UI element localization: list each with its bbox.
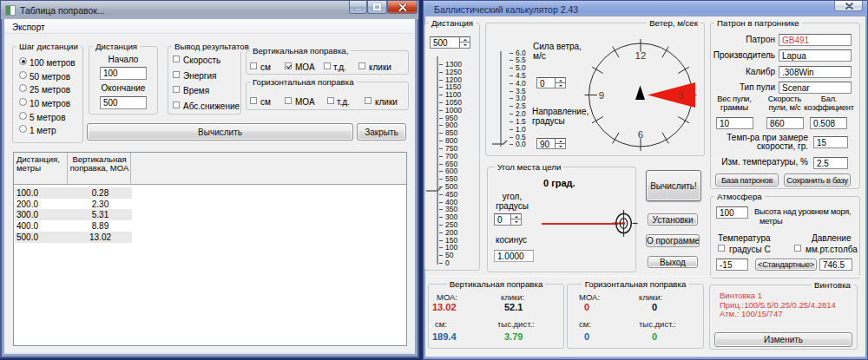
checkbox-option[interactable]: ✓ Абс.снижение [168,101,240,112]
cell-correction: 0.28 [69,189,132,198]
angle-spinner[interactable]: 0 [494,213,522,226]
radio-option[interactable]: 1 метр [13,125,82,135]
results-table[interactable]: Дистанция, метры Вертикальная поправка, … [13,152,407,346]
cartridge-label: Патрон [711,36,775,44]
about-button[interactable]: О программе [646,234,700,247]
end-input[interactable]: 500 [100,96,147,109]
wind-dir-spinner[interactable]: 90 [536,138,566,149]
radio-icon [19,71,27,79]
table-row[interactable]: 200.0 2.30 [15,199,132,210]
checkbox-icon: ✓ [718,245,725,252]
exit-button[interactable]: Выход [648,256,698,268]
radio-option[interactable]: 5 метров [13,112,82,122]
wind-direction-wedge[interactable] [648,82,695,108]
wind-clock-dial[interactable]: 12 6 9 3 [584,39,699,154]
hcorr-clicks[interactable]: ✓ клики [365,97,408,107]
bullet-input[interactable]: Scenar [779,82,852,94]
radio-icon [19,57,27,65]
settings-button[interactable]: Установки [648,213,698,226]
table-row[interactable]: 100.0 0.28 [15,187,132,199]
minimize-icon [354,8,362,10]
altitude-input[interactable]: 100 [716,206,748,219]
clicks-value: 0 [652,303,657,312]
cell-distance: 100.0 [16,189,38,198]
vcorr-clicks[interactable]: ✓ клики [358,62,402,72]
standard-button[interactable]: <Стандартные> [755,259,817,271]
distance-slider-track[interactable] [437,56,438,265]
wind-slider-track[interactable] [500,51,502,147]
vcorr-cm[interactable]: ✓ см [250,62,285,72]
radio-option[interactable]: 100 метров [13,57,82,68]
maximize-button[interactable] [367,1,387,14]
spinner-arrows-icon[interactable] [555,139,565,148]
radio-label: 50 метров [30,73,70,82]
caliber-input[interactable]: .308Win [779,66,852,78]
hcorr-moa[interactable]: ✓ МОА [285,97,323,107]
angle-degrees-value: 0 град. [543,179,575,187]
vertical-corr-group: Вертикальная поправка, ✓ см ✓ МОА ✓ т.д.… [246,50,409,75]
radio-label: 1 метр [30,127,56,135]
distance-spinner[interactable]: 500 [430,36,470,49]
bc-label-2: коэффициент [804,103,853,112]
table-row[interactable]: 300.0 5.31 [15,209,132,220]
corrections-titlebar[interactable]: Таблица поправок... [1,1,418,19]
checkbox-option[interactable]: ✓ Время [168,86,240,96]
checkbox-label: т.д. [333,63,346,72]
mmhg-checkbox[interactable]: ✓ мм.рт.столба [794,245,864,254]
wind-speed-spinner[interactable]: 0 [536,77,566,88]
checkbox-icon: ✓ [173,56,180,62]
spinner-arrows-icon[interactable] [459,37,470,48]
cosine-label: косинус [496,236,527,245]
maker-input[interactable]: Lapua [779,49,852,62]
cartridge-input[interactable]: GB491 [779,34,852,46]
rifle-edit-button[interactable]: Изменить [714,332,852,347]
table-row[interactable]: 500.0 13.02 [15,232,132,243]
close-dialog-button[interactable]: Закрыть [357,123,406,141]
clock-6: 6 [638,129,643,140]
checkbox-icon: ✓ [285,62,292,69]
checkbox-option[interactable]: ✓ Скорость [168,56,240,66]
wind-slider-thumb[interactable] [492,138,511,147]
radio-option[interactable]: 25 метров [13,84,82,95]
cosine-input[interactable]: 1.0000 [494,250,534,262]
angle-value: 0 [497,215,503,225]
moa-value: 0 [584,303,589,312]
checkbox-label: клики [369,63,391,72]
horizontal-corr-group: Горизонтальная поправка ✓ см ✓ МОА ✓ т.д… [246,82,409,110]
checkbox-label: градусы С [729,245,771,254]
start-input[interactable]: 100 [100,67,147,80]
distance-slider-thumb[interactable] [426,185,445,193]
radio-option[interactable]: 50 метров [13,71,82,82]
menu-export[interactable]: Экспорт [12,23,45,32]
vcorr-moa[interactable]: ✓ МОА [285,62,323,72]
spinner-arrows-icon[interactable] [510,214,521,225]
vcorr-td[interactable]: ✓ т.д. [324,62,357,72]
celsius-checkbox[interactable]: ✓ градусы С [718,245,787,254]
save-base-button[interactable]: Сохранить в базу [784,173,851,187]
temp-measure-input[interactable]: 15 [813,136,848,148]
weight-input[interactable]: 10 [716,117,753,129]
bc-input[interactable]: 0.508 [810,117,847,129]
radio-option[interactable]: 10 метров [13,98,82,108]
pressure-input[interactable]: 746.5 [819,259,852,271]
cartridge-base-button[interactable]: База патронов [715,173,779,187]
angle-label-2: градусы [491,202,533,211]
maximize-icon [373,3,381,10]
checkbox-label: Энергия [183,72,216,81]
close-button[interactable] [387,1,418,14]
speed-input[interactable]: 860 [766,117,804,129]
hcorr-cm[interactable]: ✓ см [250,97,285,107]
calculate-button[interactable]: Вычислить [87,123,353,141]
radio-icon [19,112,27,120]
checkbox-label: МОА [295,63,315,72]
table-row[interactable]: 400.0 8.89 [15,220,132,232]
spinner-arrows-icon[interactable] [555,78,565,88]
rifle-name: Винтовка 1 [720,291,762,300]
temp-change-input[interactable]: 2.5 [813,157,848,169]
minimize-button[interactable] [349,1,367,14]
hcorr-td[interactable]: ✓ т.д. [327,97,360,107]
scale-tick-label: 0 [445,259,450,267]
checkbox-option[interactable]: ✓ Энергия [168,71,240,82]
calculate-button[interactable]: Вычислить! [646,170,701,201]
temperature-input[interactable]: -15 [716,259,748,271]
